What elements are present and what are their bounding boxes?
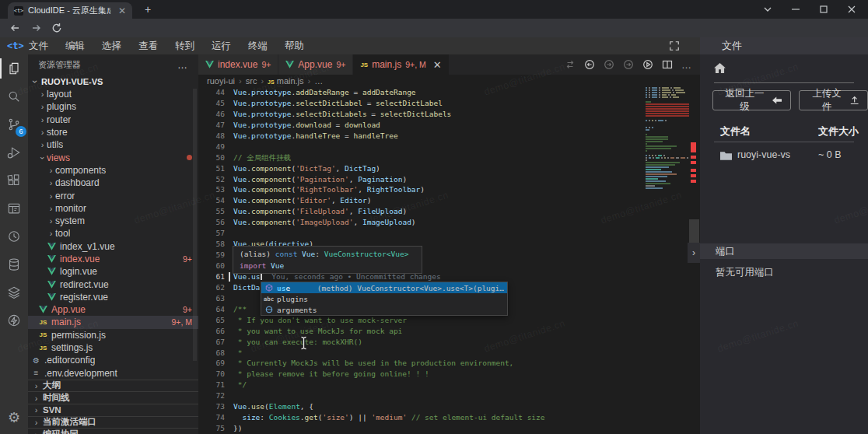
minimap-line (646, 117, 689, 119)
explorer-more-icon[interactable]: … (177, 59, 188, 71)
editor-tab-index-vue[interactable]: index.vue9+ (198, 54, 278, 75)
tree-item-store[interactable]: ›store (28, 126, 198, 138)
tree-item-permission-js[interactable]: JSpermission.js (28, 329, 198, 341)
section-svn[interactable]: ›SVN (28, 404, 198, 416)
menu-item-[interactable]: 运行 (203, 37, 240, 54)
menu-item-[interactable]: 转到 (166, 37, 203, 54)
breadcrumb-item-ruoyi-ui[interactable]: ruoyi-ui (207, 76, 235, 86)
tree-item-register-vue[interactable]: register.vue (28, 291, 198, 303)
tab-close-icon[interactable]: ✕ (433, 59, 442, 71)
ports-section-header[interactable]: 端口 (700, 243, 868, 259)
tree-item-tool[interactable]: ›tool (28, 227, 198, 240)
tree-item-main-js[interactable]: JSmain.js9+, M (28, 316, 198, 328)
editor-scrollbar[interactable] (689, 219, 699, 243)
breadcrumb-item-main-js[interactable]: JS main.js (268, 76, 303, 86)
layout-panel-icon[interactable] (0, 194, 28, 222)
file-row[interactable]: ruoyi-vue-vs ~ 0 B (700, 146, 868, 165)
editor-tab-main-js[interactable]: JSmain.js9+, M✕ (353, 54, 448, 75)
code-line: 71 */ (198, 380, 700, 390)
panel-toggle-chevron[interactable]: › (688, 243, 700, 263)
tree-item-utils[interactable]: ›utils (28, 138, 198, 151)
home-icon[interactable] (714, 63, 726, 73)
tree-item-label: monitor (55, 203, 86, 214)
tree-item-layout[interactable]: ›layout (28, 88, 198, 100)
tree-item-redirect-vue[interactable]: redirect.vue (28, 278, 198, 290)
search-icon[interactable] (0, 82, 28, 110)
tree-item-index-v1-vue[interactable]: index_v1.vue (28, 240, 198, 253)
tree-item-router[interactable]: ›router (28, 114, 198, 126)
tree-item-components[interactable]: ›components (28, 164, 198, 177)
browser-tab[interactable]: <t> CloudIDE - 云原生集成开发环境 ✕ (8, 2, 132, 19)
tree-item-index-vue[interactable]: index.vue9+ (28, 253, 198, 265)
tab-close-icon[interactable]: ✕ (118, 5, 126, 16)
line-number: 56 (198, 217, 225, 228)
tree-item-plugins[interactable]: ›plugins (28, 100, 198, 113)
menu-item-[interactable]: 帮助 (276, 37, 313, 54)
editor-more-icon[interactable]: … (681, 59, 692, 71)
section-[interactable]: ›编码协同 (28, 428, 198, 434)
tree-item-monitor[interactable]: ›monitor (28, 202, 198, 215)
breadcrumb-tail[interactable]: … (314, 76, 323, 86)
tree-item-label: store (47, 127, 68, 138)
database-icon[interactable] (0, 250, 28, 278)
sidebar-scrollbar[interactable] (193, 89, 197, 361)
upload-file-button[interactable]: 上传文件 (799, 90, 868, 110)
layers-icon[interactable] (0, 278, 28, 306)
section-[interactable]: ›时间线 (28, 391, 198, 404)
gutter (225, 228, 233, 239)
autocomplete-popup: use(method) VueConstructor<Vue>.use<T>(p… (261, 282, 508, 316)
menu-item-[interactable]: 终端 (240, 37, 276, 54)
tree-item-dashboard[interactable]: ›dashboard (28, 177, 198, 189)
window-minimize-icon[interactable] (792, 5, 800, 13)
minimap-line (646, 141, 689, 142)
code-editor[interactable]: 44Vue.prototype.addDateRange = addDateRa… (198, 87, 700, 434)
window-chevron-icon[interactable] (764, 7, 772, 12)
tree-root[interactable]: › RUOYI-VUE-VS (28, 75, 198, 88)
browser-reload-icon[interactable] (51, 23, 62, 33)
navigate-last-icon[interactable] (623, 59, 634, 70)
split-editor-icon[interactable] (662, 59, 673, 70)
settings-gear-icon[interactable]: ⚙ (0, 409, 28, 426)
suggestion-plugins[interactable]: abcplugins (261, 293, 507, 304)
explorer-icon[interactable] (0, 54, 28, 82)
navigate-back-icon[interactable] (584, 59, 595, 70)
tree-item-app-vue[interactable]: App.vue9+ (28, 303, 198, 316)
tree-item-settings-js[interactable]: JSsettings.js (28, 341, 198, 354)
window-close-icon[interactable] (848, 5, 856, 13)
bolt-icon[interactable] (0, 306, 28, 334)
browser-back-icon[interactable] (9, 23, 20, 33)
menu-item-[interactable]: 文件 (20, 37, 57, 54)
source-control-icon[interactable]: 6 (0, 110, 28, 138)
tree-item-error[interactable]: ›error (28, 189, 198, 201)
run-debug-icon[interactable] (0, 138, 28, 166)
tree-item-login-vue[interactable]: login.vue (28, 265, 198, 278)
breadcrumb-item-src[interactable]: src (246, 76, 257, 86)
navigate-forward-icon[interactable] (604, 59, 614, 70)
file-icon: ⚙ (31, 356, 41, 365)
tree-item-views[interactable]: ›views (28, 151, 198, 163)
run-file-icon[interactable] (642, 59, 653, 70)
back-up-level-button[interactable]: 返回上一级 (712, 90, 791, 110)
tree-item-system[interactable]: ›system (28, 215, 198, 227)
section-[interactable]: ›当前激活端口 (28, 416, 198, 429)
fullscreen-icon[interactable] (669, 40, 680, 51)
tree-item-label: App.vue (51, 304, 86, 315)
section-[interactable]: ›大纲 (28, 380, 198, 392)
suggestion-arguments[interactable]: arguments (261, 304, 507, 315)
browser-forward-icon[interactable] (31, 23, 42, 33)
tree-item-editorconfig[interactable]: ⚙.editorconfig (28, 354, 198, 366)
breadcrumb[interactable]: ruoyi-ui›src›JS main.js›… (198, 75, 700, 87)
suggestion-use[interactable]: use(method) VueConstructor<Vue>.use<T>(p… (261, 282, 507, 293)
minimap-line (646, 127, 689, 128)
menu-item-[interactable]: 查看 (130, 37, 166, 54)
editor-tab-app-vue[interactable]: App.vue9+ (278, 54, 352, 75)
new-tab-button[interactable]: + (142, 4, 154, 16)
minimap[interactable] (646, 87, 689, 190)
extensions-icon[interactable] (0, 166, 28, 194)
tree-item-env-development[interactable]: ≡.env.development (28, 367, 198, 380)
menu-item-[interactable]: 编辑 (57, 37, 93, 54)
window-maximize-icon[interactable] (820, 5, 828, 13)
history-icon[interactable] (0, 222, 28, 250)
compare-changes-icon[interactable] (565, 59, 576, 70)
menu-item-[interactable]: 选择 (93, 37, 130, 54)
